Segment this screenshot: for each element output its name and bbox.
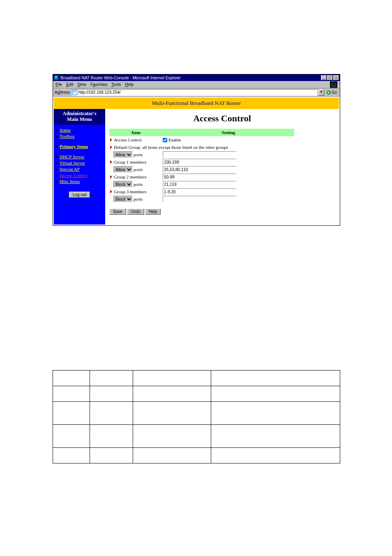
menu-bar: File Edit View Favorites Tools Help	[53, 81, 340, 88]
default-ports-input[interactable]	[163, 151, 237, 158]
group2-action-select[interactable]: Block Allow	[113, 181, 133, 188]
ports-label: ports	[134, 152, 143, 157]
bullet-icon	[110, 190, 112, 193]
group3-members-input[interactable]	[163, 188, 237, 195]
address-bar: Address ▼ Go	[53, 88, 340, 97]
group3-action-select[interactable]: Block Allow	[113, 196, 133, 202]
group1-members-input[interactable]	[163, 159, 237, 165]
sidebar-title: Administrator's Main Menu	[54, 109, 105, 125]
ports-label: ports	[134, 197, 143, 202]
maximize-button[interactable]: □	[327, 75, 333, 80]
row-group3-label: Group 3 members	[114, 189, 146, 194]
group2-ports-input[interactable]	[163, 181, 237, 188]
address-input[interactable]	[78, 90, 316, 95]
row-access-control-label: Access Control	[114, 137, 142, 142]
window-title: Broadband NAT Router Web-Console - Micro…	[60, 76, 321, 80]
address-dropdown-button[interactable]: ▼	[318, 89, 324, 96]
sidebar-item-dhcp-server[interactable]: DHCP Server	[60, 154, 84, 159]
logout-button[interactable]: Log out	[69, 192, 90, 198]
bullet-icon	[110, 146, 112, 149]
page-content: Multi-Functional Broadband NAT Router Ad…	[53, 97, 340, 225]
menu-file[interactable]: File	[55, 82, 62, 87]
go-icon	[327, 90, 331, 95]
close-button[interactable]: ×	[333, 75, 339, 80]
sidebar-item-virtual-server[interactable]: Virtual Server	[60, 160, 85, 165]
blank-table	[53, 370, 340, 463]
menu-help[interactable]: Help	[125, 82, 134, 87]
sidebar-item-toolbox[interactable]: Toolbox	[60, 134, 75, 139]
go-label: Go	[332, 90, 337, 95]
row-default-group-label: Default Group: all hosts except those li…	[114, 145, 228, 150]
go-button[interactable]: Go	[325, 90, 338, 95]
settings-table: Item Setting Access Control Enable Defau…	[109, 129, 294, 203]
menu-view[interactable]: View	[77, 82, 86, 87]
ports-label: ports	[134, 182, 143, 187]
page-banner: Multi-Functional Broadband NAT Router	[54, 97, 339, 109]
menu-favorites[interactable]: Favorites	[90, 82, 107, 87]
undo-button[interactable]: Undo	[127, 208, 144, 215]
page-heading: Access Control	[109, 113, 335, 124]
ports-label: ports	[134, 167, 143, 172]
bullet-icon	[110, 160, 112, 164]
group1-action-select[interactable]: Allow Block	[113, 166, 133, 173]
browser-window: Broadband NAT Router Web-Console - Micro…	[53, 74, 340, 226]
help-button[interactable]: Help	[145, 208, 161, 215]
minimize-button[interactable]: _	[321, 75, 327, 80]
ie-icon	[54, 75, 59, 80]
sidebar-item-special-ap[interactable]: Special AP	[60, 167, 80, 171]
group2-members-input[interactable]	[163, 174, 237, 180]
row-group1-label: Group 1 members	[114, 160, 146, 164]
bullet-icon	[110, 175, 112, 178]
save-button[interactable]: Save	[109, 208, 126, 215]
address-label: Address	[55, 90, 70, 95]
enable-label: Enable	[168, 137, 181, 142]
group3-ports-input[interactable]	[163, 196, 237, 202]
page-icon	[72, 90, 77, 95]
ie-throbber-icon	[330, 81, 337, 88]
bullet-icon	[110, 138, 112, 141]
group1-ports-input[interactable]	[163, 166, 237, 173]
default-action-select[interactable]: Allow Block	[113, 151, 133, 158]
menu-edit[interactable]: Edit	[66, 82, 73, 87]
sidebar-item-access-control[interactable]: Access Control	[60, 173, 88, 178]
sidebar: Administrator's Main Menu Status Toolbox…	[54, 109, 105, 225]
col-item: Item	[109, 129, 163, 136]
sidebar-item-primary-setup[interactable]: Primary Setup	[60, 144, 88, 149]
sidebar-item-misc-items[interactable]: Misc Items	[60, 179, 80, 184]
menu-tools[interactable]: Tools	[111, 82, 121, 87]
enable-checkbox[interactable]	[163, 138, 167, 142]
main-panel: Access Control Item Setting Access Contr…	[105, 109, 339, 225]
title-bar: Broadband NAT Router Web-Console - Micro…	[53, 74, 340, 81]
row-group2-label: Group 2 members	[114, 174, 146, 179]
col-setting: Setting	[163, 129, 294, 136]
sidebar-item-status[interactable]: Status	[60, 127, 71, 132]
